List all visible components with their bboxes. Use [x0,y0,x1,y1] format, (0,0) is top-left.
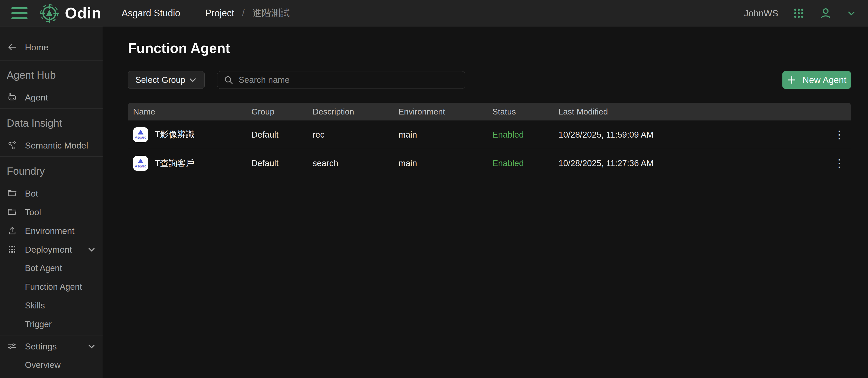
table-row[interactable]: Asgard T查詢客戶 Default search main Enabled… [128,149,851,178]
back-arrow-icon [7,42,18,52]
brand-name: Odin [65,4,101,22]
status-badge: Enabled [492,158,559,168]
breadcrumb-current-project[interactable]: 進階測試 [252,7,290,20]
sidebar-item-label: Deployment [25,244,72,255]
sidebar-item-deployment[interactable]: Deployment [0,240,103,259]
sidebar-item-label: Bot [25,188,38,199]
column-header-status: Status [492,107,559,117]
sidebar-item-tool[interactable]: Tool [0,203,103,222]
sidebar-item-settings[interactable]: Settings [0,337,103,356]
plus-icon [787,75,797,85]
row-actions-kebab-icon[interactable]: ⋮ [828,158,851,169]
apps-grid-icon[interactable] [793,7,805,19]
chevron-down-icon[interactable] [87,342,96,351]
sidebar-item-label: Home [25,42,49,53]
search-box [217,71,465,89]
upload-icon [7,226,18,236]
column-header-environment: Environment [399,107,492,117]
sidebar-item-home[interactable]: Home [0,36,103,59]
column-header-name: Name [133,107,251,117]
app-name: Asgard Studio [122,8,180,19]
grid-dots-icon [7,244,18,255]
row-actions-kebab-icon[interactable]: ⋮ [828,129,851,140]
sidebar-section-agent-hub: Agent Hub [0,62,103,88]
agent-group: Default [251,130,313,140]
sliders-icon [7,341,18,351]
folder-icon [7,188,18,199]
asgard-avatar-icon: Asgard [133,156,148,171]
user-profile-icon[interactable] [819,7,832,20]
main-content: Function Agent Select Group [103,27,868,378]
table-header-row: Name Group Description Environment Statu… [128,103,851,120]
group-select-dropdown[interactable]: Select Group [128,71,205,89]
sidebar-subitem-completion-model[interactable]: Completion Model [0,374,103,378]
sidebar-subitem-bot-agent[interactable]: Bot Agent [0,259,103,278]
agent-group: Default [251,158,313,168]
sidebar-item-label: Semantic Model [25,141,88,151]
agent-table: Name Group Description Environment Statu… [128,103,851,178]
status-badge: Enabled [492,130,559,140]
sidebar-subitem-trigger[interactable]: Trigger [0,315,103,333]
agent-environment: main [399,130,492,140]
agent-name-cell[interactable]: Asgard T影像辨識 [133,127,251,142]
network-graph-icon [7,140,18,151]
agent-last-modified: 10/28/2025, 11:59:09 AM [559,130,828,140]
sidebar-item-label: Settings [25,341,57,351]
agent-last-modified: 10/28/2025, 11:27:36 AM [559,158,828,168]
column-header-description: Description [313,107,399,117]
hamburger-menu-icon[interactable] [11,7,28,19]
sidebar-item-label: Environment [25,226,74,236]
chevron-down-icon [188,76,197,84]
robot-icon [7,92,18,103]
agent-name: T查詢客戶 [155,157,194,169]
sidebar-item-bot[interactable]: Bot [0,184,103,203]
column-header-group: Group [251,107,313,117]
sidebar-item-label: Agent [25,92,48,103]
sidebar-divider [0,156,103,156]
search-input[interactable] [239,75,459,85]
agent-name-cell[interactable]: Asgard T查詢客戶 [133,156,251,171]
sidebar: Home Agent Hub Agent Data Insight [0,27,103,378]
controls-bar: Select Group [128,71,851,89]
new-agent-button[interactable]: New Agent [782,71,851,89]
username-label: JohnWS [744,8,778,19]
sidebar-subitem-function-agent[interactable]: Function Agent [0,278,103,296]
sidebar-item-label: Tool [25,207,41,217]
folder-icon [7,207,18,217]
group-select-label: Select Group [135,75,185,85]
sidebar-item-environment[interactable]: Environment [0,222,103,240]
search-icon [224,75,234,85]
column-header-last-modified: Last Modified [559,107,828,117]
sidebar-section-foundry: Foundry [0,158,103,184]
table-row[interactable]: Asgard T影像辨識 Default rec main Enabled 10… [128,120,851,149]
sidebar-divider [0,108,103,109]
topbar: Odin Asgard Studio Project / 進階測試 JohnWS [0,0,868,27]
sidebar-divider [0,335,103,336]
odin-logo-icon [39,3,60,24]
sidebar-subitem-skills[interactable]: Skills [0,296,103,315]
agent-description: search [313,158,399,168]
breadcrumb-project[interactable]: Project [205,8,234,19]
sidebar-item-semantic-model[interactable]: Semantic Model [0,136,103,155]
sidebar-subitem-overview[interactable]: Overview [0,356,103,374]
breadcrumb-separator: / [242,8,245,19]
account-chevron-down-icon[interactable] [847,8,856,18]
sidebar-item-agent[interactable]: Agent [0,88,103,107]
new-agent-button-label: New Agent [802,75,846,85]
agent-description: rec [313,130,399,140]
sidebar-section-data-insight: Data Insight [0,110,103,136]
chevron-down-icon[interactable] [87,245,96,254]
asgard-avatar-icon: Asgard [133,127,148,142]
page-title: Function Agent [128,27,851,56]
agent-name: T影像辨識 [155,129,194,141]
agent-environment: main [399,158,492,168]
